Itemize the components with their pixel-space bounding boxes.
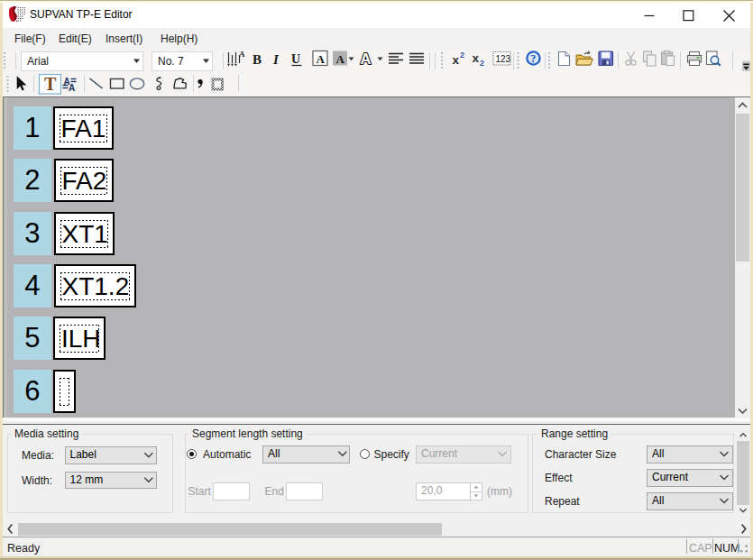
- svg-text:I: I: [272, 52, 280, 67]
- svg-text:A: A: [361, 50, 372, 67]
- svg-text:x: x: [473, 51, 480, 65]
- svg-text:B: B: [253, 52, 262, 67]
- svg-text:123: 123: [496, 54, 511, 64]
- svg-text:2: 2: [460, 50, 464, 60]
- svg-text:U: U: [291, 52, 300, 66]
- svg-text:T: T: [44, 74, 57, 94]
- svg-text:A: A: [69, 83, 75, 93]
- svg-text:?: ?: [530, 52, 536, 65]
- svg-text:A: A: [336, 52, 345, 66]
- svg-text:A: A: [239, 50, 245, 59]
- svg-text:2: 2: [480, 59, 484, 68]
- svg-text:A: A: [317, 52, 326, 66]
- svg-text:x: x: [453, 53, 460, 67]
